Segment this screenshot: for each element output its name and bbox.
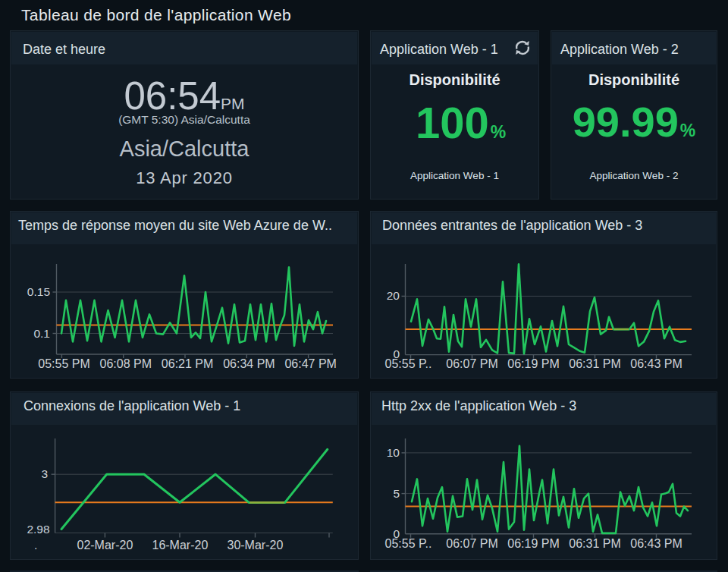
svg-text:0.1: 0.1 [33,327,50,340]
svg-text:20: 20 [387,289,400,302]
svg-text:06:21 PM: 06:21 PM [162,357,213,370]
svg-text:06:19 PM: 06:19 PM [507,357,559,370]
svg-text:30-Mar-20: 30-Mar-20 [227,539,283,552]
svg-text:2.98: 2.98 [27,523,49,536]
svg-text:06:07 PM: 06:07 PM [446,357,497,370]
svg-text:06:43 PM: 06:43 PM [630,537,682,550]
svg-text:3: 3 [41,467,48,480]
svg-text:06:43 PM: 06:43 PM [630,357,682,370]
svg-text:0.15: 0.15 [27,285,50,298]
svg-text:06:08 PM: 06:08 PM [100,357,152,370]
svg-text:06:34 PM: 06:34 PM [223,357,275,370]
svg-text:10: 10 [387,446,400,459]
svg-text:16-Mar-20: 16-Mar-20 [152,539,208,552]
svg-text:05:55 P..: 05:55 P.. [385,537,432,550]
svg-text:05:55 P..: 05:55 P.. [385,357,432,370]
svg-text:.: . [34,539,37,552]
svg-text:06:31 PM: 06:31 PM [569,537,620,550]
svg-text:06:31 PM: 06:31 PM [569,357,620,370]
svg-text:06:47 PM: 06:47 PM [284,357,336,370]
svg-text:5: 5 [393,487,400,500]
svg-text:02-Mar-20: 02-Mar-20 [77,539,133,552]
svg-text:06:19 PM: 06:19 PM [507,537,559,550]
svg-text:05:55 PM: 05:55 PM [38,357,89,370]
svg-text:06:07 PM: 06:07 PM [446,537,497,550]
